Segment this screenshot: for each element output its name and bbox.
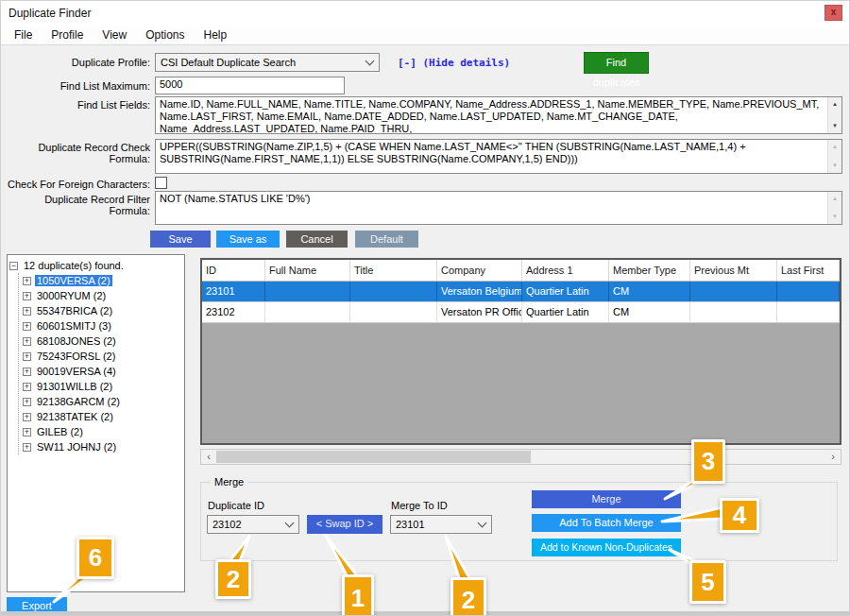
tree-item-label[interactable]: 55347BRICA (2) bbox=[35, 305, 114, 317]
scrollbar-thumb[interactable] bbox=[216, 451, 531, 463]
table-horizontal-scrollbar[interactable]: ‹ › bbox=[200, 449, 842, 465]
cell-address1: Quartier Latin bbox=[522, 302, 609, 322]
expand-icon[interactable]: + bbox=[23, 443, 31, 452]
tree-root-label[interactable]: 12 duplicate(s) found. bbox=[22, 260, 126, 271]
chevron-down-icon bbox=[366, 57, 375, 66]
expand-icon[interactable]: + bbox=[23, 352, 31, 361]
close-icon[interactable]: x bbox=[824, 5, 842, 21]
callout-badge-1: 1 bbox=[342, 574, 374, 616]
tree-item-label[interactable]: 90019VERSA (4) bbox=[35, 366, 118, 377]
tree-item[interactable]: +92138GARCM (2) bbox=[19, 394, 182, 409]
table-row[interactable]: 23102 Versaton PR Office Quartier Latin … bbox=[202, 302, 840, 323]
tree-item-label[interactable]: 68108JONES (2) bbox=[35, 335, 118, 347]
tree-item[interactable]: +55347BRICA (2) bbox=[19, 303, 182, 318]
tree-item[interactable]: +68108JONES (2) bbox=[19, 334, 182, 349]
add-to-known-non-duplicates-button[interactable]: Add to Known Non-Duplicates bbox=[532, 539, 681, 556]
duplicate-id-label: Duplicate ID bbox=[208, 500, 264, 511]
column-header-member-type[interactable]: Member Type bbox=[609, 260, 690, 281]
cell-full-name bbox=[265, 302, 350, 322]
column-header-company[interactable]: Company bbox=[437, 260, 522, 281]
tree-item[interactable]: +91301WILLB (2) bbox=[19, 379, 182, 394]
save-button[interactable]: Save bbox=[150, 231, 211, 248]
tree-root[interactable]: − 12 duplicate(s) found. bbox=[9, 258, 182, 273]
expand-icon[interactable]: + bbox=[23, 307, 31, 316]
column-header-address1[interactable]: Address 1 bbox=[522, 260, 609, 281]
textarea-scrollbar[interactable]: ▲ ▼ bbox=[827, 192, 842, 224]
tree-item[interactable]: +1050VERSA (2) bbox=[19, 273, 182, 288]
column-header-title[interactable]: Title bbox=[350, 260, 437, 281]
collapse-icon[interactable]: − bbox=[9, 262, 18, 270]
tree-item[interactable]: +3000RYUM (2) bbox=[19, 288, 182, 303]
find-list-fields-textarea[interactable]: Name.ID, Name.FULL_NAME, Name.TITLE, Nam… bbox=[155, 96, 842, 134]
default-button[interactable]: Default bbox=[355, 231, 418, 248]
column-header-previous-mt[interactable]: Previous Mt bbox=[690, 260, 777, 281]
scroll-down-icon[interactable]: ▼ bbox=[832, 160, 838, 172]
swap-id-button[interactable]: < Swap ID > bbox=[307, 515, 382, 534]
duplicate-id-select[interactable]: 23102 bbox=[207, 515, 299, 534]
expand-icon[interactable]: + bbox=[23, 413, 31, 421]
tree-item[interactable]: +GILEB (2) bbox=[19, 424, 182, 439]
window-bottom-edge bbox=[1, 611, 850, 616]
menu-profile[interactable]: Profile bbox=[42, 26, 93, 43]
expand-icon[interactable]: + bbox=[23, 277, 31, 285]
find-list-maximum-label: Find List Maximum: bbox=[1, 80, 150, 92]
tree-item[interactable]: +60601SMITJ (3) bbox=[19, 318, 182, 334]
tree-item-label[interactable]: 3000RYUM (2) bbox=[35, 290, 108, 301]
tree-item[interactable]: +90019VERSA (4) bbox=[19, 364, 182, 379]
cell-member-type: CM bbox=[609, 302, 690, 322]
tree-item[interactable]: +75243FORSL (2) bbox=[19, 349, 182, 364]
foreign-chars-checkbox[interactable] bbox=[155, 177, 167, 189]
tree-item-label[interactable]: 1050VERSA (2) bbox=[35, 275, 112, 286]
column-header-full-name[interactable]: Full Name bbox=[265, 260, 350, 281]
merge-to-id-select[interactable]: 23101 bbox=[390, 515, 492, 534]
scroll-down-icon[interactable]: ▼ bbox=[832, 120, 838, 132]
textarea-scrollbar[interactable]: ▲ ▼ bbox=[827, 97, 842, 133]
tree-item-label[interactable]: GILEB (2) bbox=[35, 426, 85, 437]
chevron-down-icon bbox=[478, 519, 487, 528]
duplicate-profile-select[interactable]: CSI Default Duplicate Search bbox=[155, 53, 380, 72]
expand-icon[interactable]: + bbox=[23, 368, 31, 376]
hide-details-link[interactable]: [-] (Hide details) bbox=[398, 57, 510, 69]
scroll-left-icon[interactable]: ‹ bbox=[201, 450, 216, 464]
tree-item-label[interactable]: 91301WILLB (2) bbox=[35, 381, 114, 392]
textarea-scrollbar[interactable]: ▲ ▼ bbox=[827, 140, 842, 173]
menu-file[interactable]: File bbox=[5, 26, 42, 43]
tree-item[interactable]: +92138TATEK (2) bbox=[19, 409, 182, 424]
table-row[interactable]: 23101 Versaton Belgium Quartier Latin CM bbox=[202, 282, 840, 302]
add-to-batch-merge-button[interactable]: Add To Batch Merge bbox=[532, 514, 681, 532]
merge-button[interactable]: Merge bbox=[532, 490, 681, 508]
expand-icon[interactable]: + bbox=[23, 428, 31, 436]
filter-formula-textarea[interactable]: NOT (Name.STATUS LIKE 'D%') ▲ ▼ bbox=[155, 191, 842, 225]
scroll-up-icon[interactable]: ▲ bbox=[832, 193, 838, 205]
column-header-id[interactable]: ID bbox=[202, 260, 265, 281]
tree-item-label[interactable]: SW11 JOHNJ (2) bbox=[35, 441, 118, 453]
menu-options[interactable]: Options bbox=[136, 26, 194, 43]
cell-company: Versaton Belgium bbox=[437, 282, 522, 301]
cell-title bbox=[350, 302, 437, 322]
tree-item-label[interactable]: 92138GARCM (2) bbox=[35, 396, 122, 407]
expand-icon[interactable]: + bbox=[23, 337, 31, 346]
tree-item-label[interactable]: 60601SMITJ (3) bbox=[35, 320, 113, 332]
menu-help[interactable]: Help bbox=[195, 26, 237, 43]
save-as-button[interactable]: Save as bbox=[216, 231, 280, 248]
expand-icon[interactable]: + bbox=[23, 398, 31, 406]
tree-item-label[interactable]: 75243FORSL (2) bbox=[35, 351, 117, 362]
find-list-maximum-input[interactable]: 5000 bbox=[155, 77, 345, 94]
scroll-down-icon[interactable]: ▼ bbox=[832, 211, 838, 223]
expand-icon[interactable]: + bbox=[23, 322, 31, 331]
check-formula-textarea[interactable]: UPPER((SUBSTRING(Name.ZIP,1,5) + (CASE W… bbox=[155, 139, 842, 174]
cancel-button[interactable]: Cancel bbox=[286, 231, 348, 248]
scroll-up-icon[interactable]: ▲ bbox=[832, 98, 838, 111]
column-header-last-first[interactable]: Last First bbox=[777, 260, 840, 281]
tree-item-label[interactable]: 92138TATEK (2) bbox=[35, 411, 115, 422]
expand-icon[interactable]: + bbox=[23, 383, 31, 391]
callout-badge-2a: 2 bbox=[215, 559, 251, 599]
scroll-up-icon[interactable]: ▲ bbox=[832, 141, 838, 153]
check-formula-label: Duplicate Record Check Formula: bbox=[1, 142, 150, 164]
scroll-right-icon[interactable]: › bbox=[825, 450, 841, 464]
find-duplicates-button[interactable]: Find duplicates bbox=[584, 52, 649, 74]
cell-previous-mt bbox=[690, 302, 777, 322]
tree-item[interactable]: +SW11 JOHNJ (2) bbox=[19, 439, 182, 454]
expand-icon[interactable]: + bbox=[23, 292, 31, 300]
menu-view[interactable]: View bbox=[93, 26, 136, 43]
